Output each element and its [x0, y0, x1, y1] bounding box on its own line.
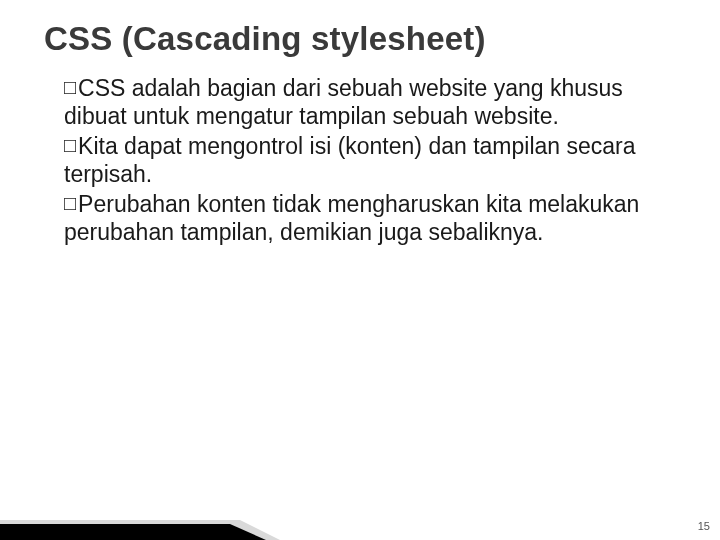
body-text: □CSS adalah bagian dari sebuah website y… [44, 74, 676, 246]
bullet-marker: □ [64, 75, 76, 99]
bullet-item: □Kita dapat mengontrol isi (konten) dan … [64, 132, 666, 188]
bullet-item: □Perubahan konten tidak mengharuskan kit… [64, 190, 666, 246]
page-number: 15 [698, 520, 710, 532]
bullet-marker: □ [64, 133, 76, 157]
svg-marker-1 [0, 524, 266, 540]
corner-decoration [0, 480, 280, 540]
bullet-item: □CSS adalah bagian dari sebuah website y… [64, 74, 666, 130]
bullet-text: Perubahan konten tidak mengharuskan kita… [64, 191, 639, 245]
bullet-marker: □ [64, 191, 76, 215]
slide-title: CSS (Cascading stylesheet) [44, 20, 676, 58]
bullet-text: Kita dapat mengontrol isi (konten) dan t… [64, 133, 636, 187]
bullet-text: CSS adalah bagian dari sebuah website ya… [64, 75, 623, 129]
slide: CSS (Cascading stylesheet) □CSS adalah b… [0, 0, 720, 540]
